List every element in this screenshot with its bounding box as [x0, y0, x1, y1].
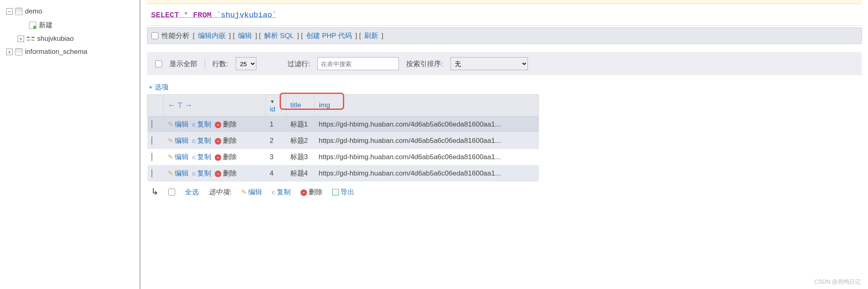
db-label: demo	[25, 7, 42, 16]
cell-img: https://gd-hbimg.huaban.com/4d6ab5a6c06e…	[315, 133, 539, 149]
sort-label: 按索引排序:	[406, 59, 443, 69]
bulk-export-button[interactable]: 导出	[332, 187, 354, 197]
nav-sidebar: − demo 新建 + shujvkubiao + information_sc…	[0, 0, 141, 289]
filter-input[interactable]	[317, 57, 399, 70]
cell-id: 3	[266, 149, 286, 165]
cell-id: 1	[266, 116, 286, 133]
sql-query[interactable]: SELECT * FROM `shujvkubiao`	[147, 10, 862, 26]
rows-label: 行数:	[212, 59, 228, 69]
pencil-icon: ✎	[168, 137, 173, 144]
edit-link[interactable]: 编辑	[238, 31, 252, 40]
delete-icon: −	[300, 189, 307, 196]
cell-title: 标题3	[286, 149, 315, 165]
tree-table-shujvkubiao[interactable]: + shujvkubiao	[18, 33, 133, 44]
show-all-label: 显示全部	[169, 59, 197, 69]
profiling-checkbox[interactable]	[151, 32, 158, 39]
bulk-copy-button[interactable]: ⎌复制	[272, 187, 291, 197]
row-copy-button[interactable]: ⎌复制	[192, 153, 211, 161]
sql-star: *	[184, 11, 188, 20]
row-delete-button[interactable]: −删除	[215, 120, 237, 128]
edit-inline-link[interactable]: 编辑内嵌	[198, 31, 226, 40]
row-delete-button[interactable]: −删除	[215, 137, 237, 144]
row-edit-button[interactable]: ✎编辑	[168, 153, 189, 161]
db-label: information_schema	[25, 48, 87, 56]
delete-icon: −	[215, 171, 221, 177]
sort-arrows[interactable]: ←⊤→	[168, 101, 194, 109]
refresh-link[interactable]: 刷新	[364, 31, 378, 40]
col-img[interactable]: img	[319, 101, 330, 109]
row-checkbox[interactable]	[151, 136, 152, 145]
bulk-delete-button[interactable]: −删除	[300, 187, 323, 197]
table-row[interactable]: ✎编辑 ⎌复制 −删除4标题4https://gd-hbimg.huaban.c…	[147, 165, 539, 182]
row-delete-button[interactable]: −删除	[215, 153, 237, 161]
table-label: shujvkubiao	[37, 35, 74, 43]
tree-db-demo[interactable]: − demo	[6, 6, 133, 17]
row-checkbox[interactable]	[151, 153, 152, 161]
cell-img: https://gd-hbimg.huaban.com/4d6ab5a6c06e…	[315, 149, 539, 165]
export-icon	[332, 189, 339, 196]
row-copy-button[interactable]: ⎌复制	[192, 169, 211, 177]
svg-rect-5	[32, 40, 34, 41]
copy-icon: ⎌	[192, 121, 196, 128]
row-copy-button[interactable]: ⎌复制	[192, 137, 211, 144]
row-edit-button[interactable]: ✎编辑	[168, 120, 189, 128]
row-delete-button[interactable]: −删除	[215, 169, 237, 177]
pencil-icon: ✎	[241, 189, 247, 196]
divider	[205, 59, 205, 69]
expand-icon[interactable]: +	[6, 49, 13, 55]
row-checkbox[interactable]	[151, 120, 152, 129]
check-all-link[interactable]: 全选	[185, 187, 199, 197]
delete-icon: −	[215, 138, 221, 144]
copy-icon: ⎌	[192, 154, 196, 160]
tree-new[interactable]: 新建	[29, 19, 133, 31]
collapse-icon[interactable]: −	[6, 8, 13, 15]
bulk-edit-button[interactable]: ✎编辑	[241, 187, 262, 197]
col-id[interactable]: id	[270, 105, 275, 113]
delete-icon: −	[215, 154, 221, 161]
main-content: SELECT * FROM `shujvkubiao` 性能分析 [编辑内嵌 ]…	[141, 0, 868, 289]
expand-icon[interactable]: +	[18, 36, 24, 42]
tree-db-info-schema[interactable]: + information_schema	[6, 46, 133, 58]
watermark: CSDN @易鸣日记	[814, 278, 861, 286]
cell-img: https://gd-hbimg.huaban.com/4d6ab5a6c06e…	[315, 165, 539, 182]
copy-icon: ⎌	[192, 170, 196, 177]
profiling-bar: 性能分析 [编辑内嵌 ] [ 编辑 ] [ 解析 SQL ] [ 创建 PHP …	[147, 27, 862, 44]
row-copy-button[interactable]: ⎌复制	[192, 120, 211, 128]
profiling-label: 性能分析	[162, 31, 189, 40]
results-table: ←⊤→ ▼ id title img ✎编辑 ⎌复制 −删除1标题1https:…	[147, 94, 539, 182]
sort-select[interactable]: 无	[450, 57, 528, 70]
with-selected-label: 选中项:	[209, 188, 231, 196]
create-php-link[interactable]: 创建 PHP 代码	[306, 31, 352, 40]
explain-link[interactable]: 解析 SQL	[264, 31, 294, 40]
cell-title: 标题2	[286, 133, 315, 149]
pencil-icon: ✎	[168, 170, 173, 177]
pencil-icon: ✎	[168, 153, 173, 160]
pencil-icon: ✎	[168, 121, 173, 128]
show-all-checkbox[interactable]	[155, 60, 162, 67]
sql-keyword-from: FROM	[193, 11, 212, 20]
cell-title: 标题1	[286, 116, 315, 133]
row-edit-button[interactable]: ✎编辑	[168, 137, 189, 144]
sort-desc-icon[interactable]: ▼	[270, 99, 275, 104]
arrow-indicator-icon: ↳	[151, 187, 158, 197]
cell-img: https://gd-hbimg.huaban.com/4d6ab5a6c06e…	[315, 116, 539, 133]
table-row[interactable]: ✎编辑 ⎌复制 −删除1标题1https://gd-hbimg.huaban.c…	[147, 116, 539, 133]
cell-id: 4	[266, 165, 286, 182]
delete-icon: −	[215, 122, 221, 128]
table-row[interactable]: ✎编辑 ⎌复制 −删除2标题2https://gd-hbimg.huaban.c…	[147, 133, 539, 149]
new-icon	[29, 22, 36, 29]
col-title[interactable]: title	[290, 101, 301, 109]
svg-rect-4	[32, 37, 34, 38]
table-struct-icon	[27, 36, 35, 42]
copy-icon: ⎌	[192, 138, 196, 144]
table-row[interactable]: ✎编辑 ⎌复制 −删除3标题3https://gd-hbimg.huaban.c…	[147, 149, 539, 165]
cell-id: 2	[266, 133, 286, 149]
row-edit-button[interactable]: ✎编辑	[168, 169, 189, 177]
new-label: 新建	[39, 20, 53, 30]
check-all-checkbox[interactable]	[168, 189, 175, 196]
options-toggle[interactable]: + 选项	[149, 82, 169, 92]
svg-rect-1	[27, 40, 29, 41]
database-icon	[15, 48, 22, 56]
rows-select[interactable]: 25	[236, 57, 256, 70]
row-checkbox[interactable]	[151, 169, 152, 178]
